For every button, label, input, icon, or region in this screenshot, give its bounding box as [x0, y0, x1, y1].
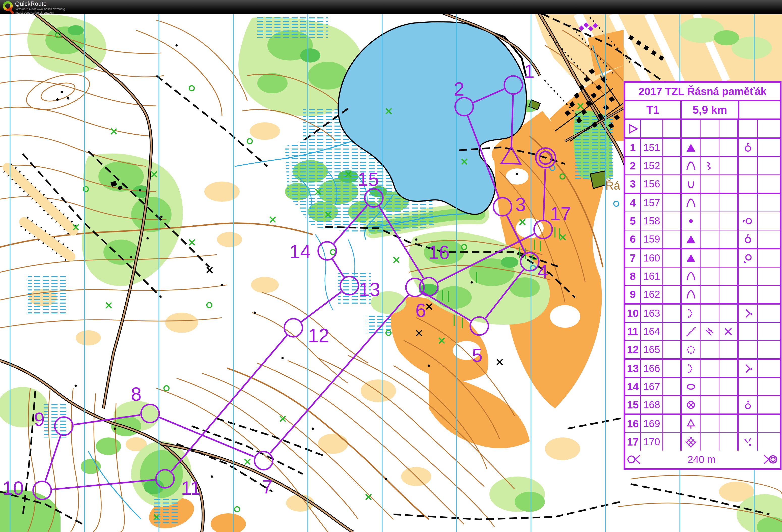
control-code: 151: [643, 142, 660, 153]
dotted-ring-icon: [685, 344, 697, 355]
control-label: 7: [262, 476, 273, 497]
control-label: 13: [359, 278, 381, 300]
control-rows: 1151215231564157515861597160816191621016…: [625, 120, 780, 451]
control-code: 160: [643, 253, 660, 264]
control-row: 3156: [625, 175, 780, 194]
control-code: 169: [643, 418, 660, 429]
finish-distance-row: 240 m: [625, 451, 780, 468]
finish-distance: 240 m: [643, 454, 760, 465]
title-bar: QuickRoute Version 2.4 (for www.bestik.c…: [0, 0, 782, 14]
control-row: 6159: [625, 230, 780, 250]
course-climb: [739, 101, 780, 118]
taped-route-finish-icon: [760, 454, 780, 465]
control-code: 164: [643, 326, 660, 337]
start-row: [625, 120, 780, 139]
circle-dot-top-icon: [742, 399, 754, 411]
control-number: 17: [627, 436, 639, 448]
control-code: 157: [643, 197, 660, 208]
control-label: 17: [550, 203, 571, 224]
control-label: 9: [34, 409, 45, 430]
control-label: 11: [181, 477, 201, 499]
control-row: 8161: [625, 267, 780, 286]
circle-cross-icon: [685, 399, 697, 411]
course-title: 2017 TZL Řásná paměťák: [625, 83, 780, 101]
control-label: 16: [428, 241, 450, 263]
circle-tick-top-icon: [742, 142, 754, 154]
control-number: 13: [627, 363, 639, 375]
course-length: 5,9 km: [682, 101, 739, 118]
triangle-filled-icon: [685, 233, 697, 245]
control-label: 8: [131, 383, 142, 405]
quickroute-logo-icon: [2, 1, 14, 15]
course-header-row: T1 5,9 km: [625, 101, 780, 120]
control-label: 4: [538, 261, 548, 282]
control-number: 5: [630, 215, 636, 227]
finish-chute-right-icon: [762, 454, 777, 465]
control-number: 9: [630, 289, 636, 301]
hill-icon: [685, 160, 697, 172]
control-number: 12: [627, 344, 639, 356]
stony-band-icon: [704, 326, 715, 337]
control-label: 5: [472, 344, 483, 366]
control-code: 165: [643, 344, 660, 355]
control-row: 12165: [625, 341, 780, 360]
control-label: 2: [454, 78, 464, 100]
tree-icon: [685, 418, 697, 430]
app-title: QuickRoute: [15, 0, 47, 7]
ellipse-icon: [685, 381, 697, 392]
course-name: T1: [625, 101, 682, 118]
cross-icon: [722, 326, 734, 337]
circle-tick-top-icon: [742, 233, 754, 245]
control-row: 7160: [625, 250, 780, 267]
control-number: 6: [630, 233, 636, 245]
control-number: 4: [630, 197, 636, 209]
control-code: 163: [643, 308, 660, 319]
control-label: 3: [516, 194, 526, 215]
control-row: 1151: [625, 139, 780, 157]
control-number: 10: [627, 307, 639, 319]
control-row: 17170: [625, 433, 780, 451]
control-code: 152: [643, 160, 660, 172]
control-code: 168: [643, 399, 660, 411]
junction-dot-icon: [742, 363, 754, 374]
control-label: 10: [2, 477, 24, 499]
control-row: 15168: [625, 396, 780, 415]
zigzag-icon: [704, 160, 715, 172]
control-row: 2152: [625, 157, 780, 175]
control-row: 5158: [625, 212, 780, 230]
hill-icon: [685, 197, 697, 209]
control-number: 16: [627, 418, 639, 430]
control-code: 170: [643, 436, 660, 448]
control-row: 9162: [625, 286, 780, 305]
control-row: 10163: [625, 305, 780, 323]
control-code: 159: [643, 233, 660, 245]
control-row: 11164: [625, 323, 780, 341]
control-row: 4157: [625, 194, 780, 212]
triangle-filled-icon: [685, 142, 697, 154]
start-triangle-icon: [627, 123, 639, 135]
dotted-arc-icon: [685, 308, 697, 319]
control-number: 8: [630, 270, 636, 282]
control-row: 14167: [625, 378, 780, 396]
dot-icon: [685, 215, 697, 227]
control-label: 12: [308, 325, 329, 346]
junction-dot-icon: [742, 308, 754, 319]
control-code: 167: [643, 381, 660, 392]
control-description-sheet: 2017 TZL Řásná paměťák T1 5,9 km 1151215…: [624, 81, 782, 470]
app-url: matstroeng.se/quickroute/en: [15, 11, 54, 14]
control-label: 1: [524, 61, 535, 82]
hatch-icon: [685, 436, 697, 448]
control-number: 2: [630, 160, 636, 172]
control-number: 15: [627, 399, 639, 411]
control-number: 3: [630, 178, 636, 190]
map-place-label: Řá: [605, 179, 620, 192]
control-number: 14: [627, 381, 639, 393]
dotted-line-icon: [685, 326, 697, 337]
dotted-arc-icon: [685, 363, 697, 374]
control-number: 1: [630, 142, 636, 154]
control-code: 166: [643, 363, 660, 374]
control-code: 161: [643, 270, 660, 282]
circle-tick-left-icon: [742, 215, 754, 227]
control-number: 7: [630, 252, 636, 264]
control-row: 13166: [625, 360, 780, 378]
